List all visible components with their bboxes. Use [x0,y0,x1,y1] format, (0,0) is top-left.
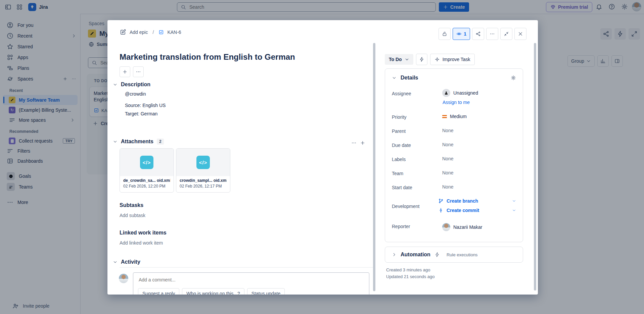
issue-detail-modal: Add epic / KAN-6 1 Marketing translation… [107,20,538,295]
attachments-count: 2 [157,139,164,145]
chevron-down-icon [113,260,118,264]
task-type-icon [158,30,164,35]
linked-items-section-header: Linked work items [120,230,167,236]
activity-section-header[interactable]: Activity [113,259,140,265]
team-value[interactable]: None [442,170,453,175]
watchers-button[interactable]: 1 [453,28,470,40]
field-development: Development Create branch Create commit [392,198,516,216]
unassigned-avatar-icon [442,89,450,97]
attachments-section-header[interactable]: Attachments 2 [113,139,164,145]
automation-lightning-icon [434,252,440,257]
add-epic-pencil-icon [120,29,126,36]
improve-task-button[interactable]: Improve Task [430,54,475,65]
automation-panel[interactable]: Automation Rule executions [385,247,523,263]
breadcrumb-separator: / [152,30,154,35]
attachments-controls [351,140,365,146]
create-branch-link[interactable]: Create branch [438,198,516,204]
ai-sparkle-icon [434,57,440,62]
attachments-add-icon[interactable] [360,140,365,146]
field-priority: Priority Medium [392,114,516,120]
comment-box[interactable]: Suggest a reply Who is working on this..… [133,272,369,295]
rule-executions-label: Rule executions [447,252,478,257]
chevron-right-icon [392,252,397,257]
jira-screen: Jira Create Premium trial For you Recent… [0,0,644,314]
priority-medium-icon [442,115,447,118]
updated-timestamp: Updated 21 seconds ago [386,274,435,279]
field-parent: Parent None [392,128,516,134]
subtasks-section-header: Subtasks [120,202,143,208]
attachment-thumbnail: </> [120,149,174,176]
labels-value[interactable]: None [442,156,453,161]
more-actions-icon[interactable] [486,28,498,40]
status-row: To Do Improve Task [385,54,475,65]
status-dropdown[interactable]: To Do [385,54,413,65]
add-subtask-field[interactable]: Add subtask [120,213,145,218]
add-epic-button[interactable]: Add epic [130,30,148,35]
attachment-card[interactable]: </> crowdin_sampl... oid.xml 02 Feb 2026… [176,148,230,193]
description-section-header[interactable]: Description [113,82,150,88]
watchers-count: 1 [464,31,466,37]
field-due-date: Due date None [392,142,516,148]
chevron-down-icon [113,139,118,144]
description-mention[interactable]: @crowdin [125,91,146,97]
issue-title[interactable]: Marketing translation from English to Ge… [120,52,361,62]
created-timestamp: Created 3 minutes ago [386,267,430,272]
attachment-date: 02 Feb 2026, 12:20 PM [123,184,170,189]
lock-icon[interactable] [439,28,451,40]
git-branch-icon [438,198,444,204]
collapse-modal-icon[interactable] [500,28,512,40]
details-panel: Details Assignee Unassigned Assign to me… [385,68,523,242]
field-reporter: Reporter Nazarii Makar [392,223,516,231]
add-linked-item-field[interactable]: Add linked work item [120,240,163,246]
assignee-value[interactable]: Unassigned [442,89,478,97]
details-panel-header[interactable]: Details [392,75,516,81]
eye-icon [456,31,462,37]
create-commit-link[interactable]: Create commit [438,208,516,213]
quick-reply-chip[interactable]: Suggest a reply [138,288,179,295]
share-icon[interactable] [472,28,484,40]
chevron-down-icon [392,75,397,80]
field-labels: Labels None [392,156,516,162]
comment-input[interactable] [138,277,366,283]
reporter-avatar [442,223,450,231]
field-assignee: Assignee Unassigned Assign to me [392,89,516,105]
attachment-name: crowdin_sampl... oid.xml [180,178,227,183]
parent-value[interactable]: None [442,128,453,133]
quick-add-row [120,66,144,77]
attachments-more-icon[interactable] [351,140,357,146]
xml-file-icon: </> [196,156,210,169]
attachment-thumbnail: </> [176,149,230,176]
attachment-date: 02 Feb 2026, 12:17 PM [180,184,227,189]
due-date-value[interactable]: None [442,142,453,147]
git-commit-icon [438,208,444,213]
attachment-name: de_crowdin_sa... oid.xml [123,178,170,183]
description-source: Source: English US [125,103,166,108]
quick-reply-chip[interactable]: Who is working on this...? [182,288,244,295]
actions-lightning-button[interactable] [416,54,427,65]
comment-avatar [119,274,128,283]
chevron-down-icon[interactable] [512,208,516,212]
details-settings-gear-icon[interactable] [511,75,516,81]
content-scrollbar[interactable] [373,43,375,291]
issue-key[interactable]: KAN-6 [167,30,181,35]
chevron-down-icon [405,57,409,62]
more-content-icon[interactable] [133,66,144,77]
modal-scrollbar[interactable] [534,43,536,291]
activity-divider [120,267,375,268]
start-date-value[interactable]: None [442,184,453,190]
chevron-down-icon[interactable] [512,199,516,203]
priority-value[interactable]: Medium [442,114,467,119]
description-target: Target: German [125,111,157,116]
close-modal-icon[interactable] [514,28,526,40]
field-team: Team None [392,170,516,176]
chevron-down-icon [113,82,118,87]
quick-reply-chips: Suggest a reply Who is working on this..… [138,288,364,295]
assign-to-me-link[interactable]: Assign to me [443,100,478,105]
add-content-icon[interactable] [120,66,130,77]
attachment-card[interactable]: </> de_crowdin_sa... oid.xml 02 Feb 2026… [120,148,174,193]
field-start-date: Start date None [392,184,516,190]
reporter-value[interactable]: Nazarii Makar [442,223,482,231]
xml-file-icon: </> [140,156,153,169]
quick-reply-chip[interactable]: Status update [247,288,285,295]
modal-actions: 1 [439,28,526,40]
